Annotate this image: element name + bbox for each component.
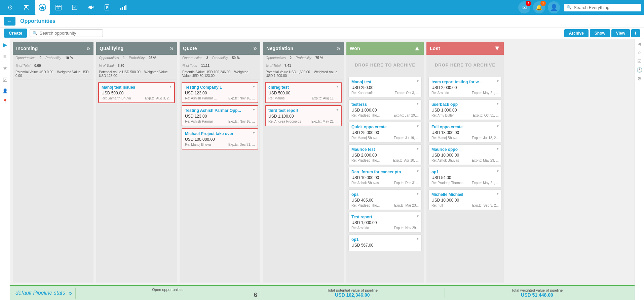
col-quote-title: Quote <box>183 46 197 51</box>
right-star-icon[interactable]: ☆ <box>637 50 642 55</box>
global-search-input[interactable] <box>574 5 639 10</box>
card-test-report[interactable]: Test report USD 1,000.00 Re: Arnaldo Exp… <box>348 212 422 232</box>
page-title: Opportunities <box>20 18 55 24</box>
reports-icon[interactable] <box>116 0 130 15</box>
card-dan-forum[interactable]: Dan- forum for cancer ptn... USD 10,000.… <box>348 167 422 187</box>
card-testerss[interactable]: testerss USD 1,000.00 Re: Pradeep Tho...… <box>348 99 422 120</box>
card-michelle-michael[interactable]: Michelle Michael USD 10,000.00 Re: null … <box>428 189 502 210</box>
card-dropdown-w1[interactable]: ▼ <box>416 79 419 83</box>
documents-icon[interactable] <box>100 0 114 15</box>
dashboard-icon[interactable]: ⊙ <box>3 0 17 15</box>
card-dropdown-l2[interactable]: ▼ <box>496 102 499 105</box>
card-dropdown-w4[interactable]: ▼ <box>416 147 419 151</box>
card-title: Manoj test issues <box>102 85 172 90</box>
archive-button[interactable]: Archive <box>564 29 589 37</box>
card-full-oppo[interactable]: Full oppo create USD 18,000.00 Re: Manoj… <box>428 122 502 142</box>
col-quote-stats: Opportunities3 Probability50 % % of Tota… <box>180 55 260 69</box>
card-quick-oppo[interactable]: Quick oppo create USD 25,000.00 Re: Mano… <box>348 122 422 142</box>
left-nav-arrow[interactable]: ▶ <box>3 42 7 48</box>
card-dropdown-l4[interactable]: ▼ <box>496 147 499 151</box>
right-collapse-icon[interactable]: ◀ <box>638 41 641 46</box>
card-amount: USD 500.00 <box>102 91 172 95</box>
card-maurice-test[interactable]: Maurice test USD 2,000.00 Re: Pradeep Th… <box>348 144 422 165</box>
card-testing-company-1[interactable]: Testing Company 1 USD 123.00 Re: Ashish … <box>182 82 258 103</box>
right-check-icon[interactable]: ☑ <box>637 58 642 64</box>
card-dropdown-4[interactable]: ▼ <box>336 85 339 88</box>
campaigns-icon[interactable] <box>83 0 98 15</box>
card-michael-project[interactable]: Michael Project take over USD 100,000.00… <box>182 128 258 149</box>
card-dropdown-w3[interactable]: ▼ <box>416 124 419 128</box>
col-quote: Quote » Opportunities3 Probability50 % %… <box>180 42 260 283</box>
left-nav-check[interactable]: ☑ <box>3 77 7 83</box>
col-negotiation: Negotiation » Opportunities2 Probability… <box>263 42 344 283</box>
tasks-icon[interactable] <box>67 0 82 15</box>
card-maurice-oppo[interactable]: Maurice oppo USD 10,000.00 Re: Ashok Bhu… <box>428 144 502 165</box>
col-incoming-stats: Opportunities 0 Probability 10 % % of To… <box>13 55 93 69</box>
col-qualifying-arrow: » <box>170 44 174 52</box>
card-manoj-test-issues[interactable]: Manoj test issues USD 500.00 Re: Samarth… <box>98 82 175 103</box>
left-nav-menu[interactable]: ≡ <box>3 53 6 59</box>
main-content: ▶ ≡ ★ ☑ 👤 📍 Incoming » Opportunities 0 <box>0 39 644 300</box>
col-qualifying-body: Manoj test issues USD 500.00 Re: Samarth… <box>96 80 177 283</box>
svg-rect-17 <box>124 6 125 10</box>
card-dropdown-l5[interactable]: ▼ <box>496 169 499 173</box>
notifications-badge[interactable]: 🔔 1 <box>533 1 545 13</box>
calendar-icon[interactable]: 3 <box>51 0 66 15</box>
breadcrumb-bar: ← Opportunities <box>0 15 644 28</box>
search-opportunity[interactable]: 🔍 <box>30 29 103 37</box>
opportunities-icon[interactable] <box>35 0 50 15</box>
back-button[interactable]: ← <box>4 17 15 26</box>
card-dropdown-l3[interactable]: ▼ <box>496 124 499 128</box>
card-team-report[interactable]: team report testing for w... USD 2,000.0… <box>428 77 502 97</box>
messages-badge[interactable]: ✉ 3 <box>518 1 530 13</box>
show-button[interactable]: Show <box>590 29 610 37</box>
footer-bar: default Pipeline stats » Open opportunit… <box>10 285 635 300</box>
contacts-icon[interactable] <box>19 0 34 15</box>
card-userback-opp[interactable]: userback opp USD 1,000.00 Re: Amy Butler… <box>428 99 502 120</box>
card-dropdown-w6[interactable]: ▼ <box>416 192 419 196</box>
svg-rect-9 <box>88 7 89 8</box>
lost-drop-zone[interactable]: DROP HERE TO ARCHIVE <box>426 55 504 75</box>
col-lost: Lost ▼ DROP HERE TO ARCHIVE team report … <box>426 42 504 283</box>
won-drop-zone[interactable]: DROP HERE TO ARCHIVE <box>346 55 424 75</box>
profile-badge[interactable]: 👤 <box>548 1 560 13</box>
search-icon: 🔍 <box>567 5 572 10</box>
card-dropdown-5[interactable]: ▼ <box>336 108 339 112</box>
card-manoj-test-won[interactable]: Manoj test USD 250.00 Re: Kanhosoft Exp.… <box>348 77 422 97</box>
card-op1-lost[interactable]: op1 USD 54.00 Re: Pradeep Thomas Exp.tc:… <box>428 167 502 187</box>
view-button[interactable]: View <box>611 29 630 37</box>
right-clock-icon[interactable]: 🕐 <box>637 67 642 73</box>
card-dropdown-w5[interactable]: ▼ <box>416 169 419 173</box>
left-nav-location[interactable]: 📍 <box>2 99 8 104</box>
content-area: Incoming » Opportunities 0 Probability 1… <box>10 39 635 300</box>
incoming-opp-count: 0 <box>39 56 41 60</box>
col-incoming: Incoming » Opportunities 0 Probability 1… <box>13 42 93 283</box>
footer-pipeline-label: default Pipeline stats <box>15 290 65 296</box>
card-dropdown-l1[interactable]: ▼ <box>496 79 499 83</box>
footer-total-weighted: Total weighted value of pipeline USD 51,… <box>445 288 629 298</box>
col-incoming-values: Potential Value USD 0.00 Weighted Value … <box>13 69 93 80</box>
card-dropdown-1[interactable]: ▼ <box>252 85 256 88</box>
card-dropdown-w8[interactable]: ▼ <box>416 237 419 241</box>
right-settings-icon[interactable]: ⚙ <box>637 76 642 81</box>
global-search[interactable]: 🔍 <box>564 4 641 11</box>
svg-point-10 <box>92 7 94 8</box>
card-dropdown-w2[interactable]: ▼ <box>416 102 419 105</box>
card-third-test-report[interactable]: third test report USD 1,100.00 Re: Andre… <box>265 105 342 126</box>
create-button[interactable]: Create <box>4 29 27 38</box>
left-nav-person[interactable]: 👤 <box>2 88 8 93</box>
card-testing-ashish[interactable]: Testing Ashish Parmar Opp... USD 123.00 … <box>182 105 258 126</box>
card-op1-won[interactable]: op1 USD 567.00 ▼ <box>348 234 422 251</box>
search-opportunity-input[interactable] <box>39 31 100 36</box>
footer-arrow: » <box>69 290 72 297</box>
card-dropdown-w7[interactable]: ▼ <box>416 214 419 218</box>
card-ops[interactable]: ops USD 485.00 Re: Pradeep Tho... Exp.tc… <box>348 189 422 210</box>
card-dropdown-3[interactable]: ▼ <box>252 131 256 135</box>
card-dropdown[interactable]: ▼ <box>169 85 172 88</box>
card-dropdown-2[interactable]: ▼ <box>252 108 256 112</box>
card-dropdown-l6[interactable]: ▼ <box>496 192 499 196</box>
left-nav-star[interactable]: ★ <box>3 65 7 71</box>
card-chirag-test[interactable]: chirag test USD 500.00 Re: Mauris Exp.tc… <box>265 82 342 103</box>
left-panel: ▶ ≡ ★ ☑ 👤 📍 <box>0 39 10 300</box>
download-button[interactable]: ⬇ <box>631 29 640 37</box>
